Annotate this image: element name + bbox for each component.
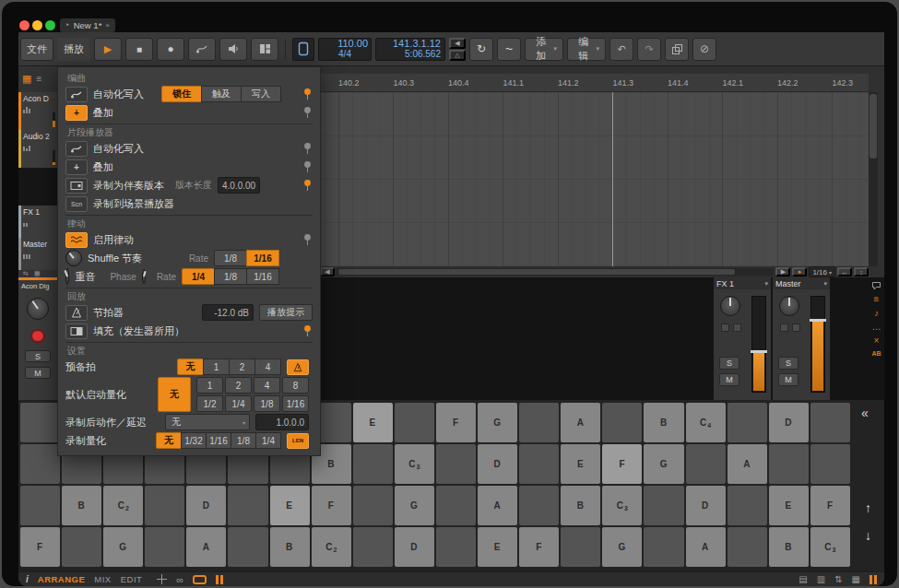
follow-playhead-toggle[interactable]: ▸ [792, 267, 807, 276]
play-button[interactable]: ▶ [94, 38, 122, 61]
automation-write-icon[interactable] [65, 141, 88, 157]
routing-dot[interactable] [780, 323, 788, 332]
launch-quantize-option[interactable]: 4 [254, 377, 280, 394]
pad[interactable]: B [270, 527, 310, 567]
view-tab-edit[interactable]: EDIT [121, 574, 143, 584]
count-in-option[interactable]: 2 [229, 359, 255, 375]
inspector-icon[interactable]: ≡ [874, 295, 880, 304]
octave-down-button[interactable]: ↓ [859, 527, 877, 544]
tab-close-icon[interactable]: × [105, 21, 110, 29]
timeline-ruler[interactable]: 140.2140.3140.4141.1141.2141.3141.4142.1… [320, 74, 869, 92]
grid-icon[interactable]: ▦ [34, 270, 41, 277]
pad[interactable] [519, 403, 559, 442]
track-header-fx1[interactable]: FX 1 [18, 206, 57, 238]
window-minimize-button[interactable] [32, 20, 42, 30]
pad[interactable]: E [769, 486, 809, 525]
metronome-toggle[interactable]: △ [449, 50, 466, 61]
automation-write-toggle[interactable] [188, 38, 216, 61]
accent-rate-button[interactable]: 1/4 [182, 268, 215, 285]
pad[interactable]: C4 [686, 403, 726, 442]
ab-compare-icon[interactable]: AB [871, 350, 881, 357]
post-record-delay-field[interactable]: 1.0.0.0 [255, 414, 309, 430]
pad[interactable]: B [62, 486, 101, 525]
zoom-vertical-button[interactable]: ↕ [854, 267, 869, 276]
record-quantize-option[interactable]: 1/4 [255, 432, 281, 449]
pad[interactable] [519, 486, 559, 525]
edit-menu-button[interactable]: 编辑 ▾ [567, 38, 606, 61]
pad[interactable]: C3 [602, 486, 642, 525]
pad[interactable] [436, 444, 476, 484]
pad[interactable] [62, 527, 101, 567]
shuffle-rate-button[interactable]: 1/16 [246, 250, 279, 266]
pad[interactable]: F [602, 444, 642, 484]
pad[interactable] [20, 444, 60, 484]
list-view-icon[interactable]: ≡ [36, 74, 41, 84]
post-record-action-select[interactable]: 无 ▾ [165, 414, 250, 430]
launch-quantize-option[interactable]: 1/2 [196, 395, 223, 412]
pad[interactable] [602, 403, 642, 442]
pad[interactable] [353, 444, 393, 484]
pin-icon[interactable] [303, 180, 313, 192]
window-close-button[interactable] [19, 20, 30, 30]
automation-write-icon[interactable] [65, 87, 88, 102]
swap-icon[interactable]: ⇆ [23, 270, 29, 277]
pad[interactable] [353, 527, 393, 567]
fill-icon[interactable] [65, 323, 88, 339]
pad[interactable]: A [561, 403, 600, 442]
display-profile-button[interactable] [292, 38, 314, 61]
info-icon[interactable]: i [26, 574, 29, 584]
note-editor-icon[interactable]: ♪ [874, 309, 879, 318]
launch-quantize-option[interactable]: 1/8 [254, 395, 280, 412]
pin-icon[interactable] [303, 161, 313, 173]
launch-quantize-option[interactable]: 8 [282, 377, 309, 394]
arm-record-button[interactable] [30, 329, 45, 343]
metronome-level-field[interactable]: -12.0 dB [202, 304, 254, 321]
pin-icon[interactable] [303, 143, 313, 155]
pad[interactable]: G [103, 527, 143, 567]
automation-mode-button[interactable]: 触及 [201, 86, 242, 102]
pad[interactable] [644, 527, 683, 567]
pad[interactable]: D [395, 527, 434, 567]
launch-quantize-option[interactable]: 1/4 [225, 395, 252, 412]
automation-mode-button[interactable]: 写入 [241, 86, 281, 102]
zoom-horizontal-button[interactable]: ↔ [837, 267, 852, 276]
link-icon[interactable]: ∞ [176, 574, 183, 585]
scroll-left-button[interactable]: ◀ [320, 267, 335, 276]
metronome-icon[interactable] [65, 305, 88, 321]
mute-button[interactable]: M [719, 373, 739, 386]
accent-amount-knob[interactable] [65, 268, 69, 285]
pin-icon[interactable] [303, 88, 313, 100]
pan-knob[interactable] [720, 296, 740, 316]
pad[interactable]: G [644, 444, 683, 484]
pad[interactable] [145, 486, 184, 525]
pad[interactable] [810, 444, 850, 484]
launch-quantize-option[interactable]: 1/16 [282, 395, 309, 412]
file-menu-button[interactable]: 文件 [20, 38, 53, 61]
pad[interactable]: G [395, 486, 434, 525]
preroll-toggle[interactable] [219, 38, 247, 61]
play-hint-button[interactable]: 播放提示 [259, 304, 313, 321]
pad[interactable]: G [602, 527, 642, 567]
accent-phase-knob[interactable] [142, 269, 146, 284]
pad[interactable] [686, 444, 726, 484]
pad[interactable]: D [478, 444, 517, 484]
chevron-down-icon[interactable]: ▾ [823, 280, 827, 288]
comment-icon[interactable] [871, 281, 881, 290]
pads-panel-toggle[interactable] [216, 575, 223, 584]
view-tab-mix[interactable]: MIX [94, 574, 111, 584]
overdub-icon[interactable]: + [65, 105, 88, 121]
routing-dot[interactable] [792, 323, 800, 332]
pad[interactable] [436, 527, 476, 567]
pad[interactable] [20, 403, 60, 442]
horizontal-scroll-thumb[interactable] [338, 269, 735, 275]
record-button[interactable]: ● [157, 38, 184, 61]
routing-dot[interactable] [733, 323, 741, 332]
track-header-master[interactable]: Master [18, 238, 57, 270]
cancel-button[interactable]: ⊘ [692, 38, 716, 61]
vertical-scroll-thumb[interactable] [869, 94, 877, 159]
count-in-metronome-icon[interactable] [287, 359, 309, 375]
undo-button[interactable]: ↶ [609, 38, 633, 61]
tempo-display[interactable]: 110.00 4/4 [318, 38, 372, 61]
updown-icon[interactable]: ⇅ [834, 574, 842, 584]
launch-quantize-option[interactable]: 2 [225, 377, 252, 394]
